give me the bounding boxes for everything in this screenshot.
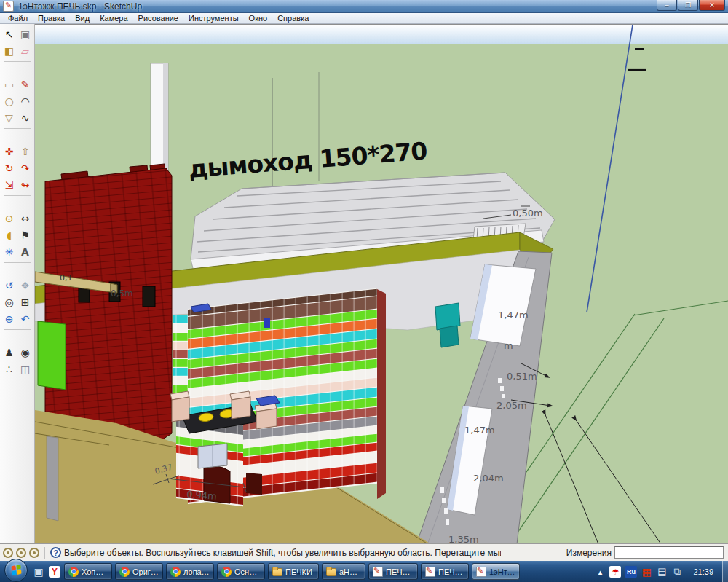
rotate-tool[interactable]: ↻ xyxy=(1,160,17,176)
zoom-window-tool[interactable]: ⊞ xyxy=(17,294,33,310)
tool-icon: ✳ xyxy=(5,247,14,257)
show-desktop-button[interactable] xyxy=(722,561,728,582)
title-bar[interactable]: ✎ 1эНтажж ПЕЧЬ.skp - SketchUp – ❐ ✕ xyxy=(0,0,728,13)
taskbar-button[interactable]: Основы п... xyxy=(217,563,265,580)
menu-view[interactable]: Вид xyxy=(70,13,95,23)
make-component-tool[interactable]: ▣ xyxy=(17,26,33,42)
taskbar-button-label: Основы п... xyxy=(234,567,261,576)
help-icon[interactable]: ? xyxy=(50,547,61,558)
eraser-tool[interactable]: ▱ xyxy=(17,43,33,59)
taskbar-button[interactable]: 1эНтажж ... xyxy=(472,563,520,580)
tool-icon: ▭ xyxy=(4,79,14,90)
dim-window2-height: 1,47m xyxy=(464,425,495,436)
dim-door-width: 0,51m xyxy=(507,371,537,382)
language-indicator[interactable]: Ru xyxy=(625,566,637,578)
toolbar-separator xyxy=(4,61,31,66)
dim-chimney-a: 0,1 xyxy=(60,273,73,283)
text-tool[interactable]: ⚑ xyxy=(17,227,33,243)
dim-base-width: 1,35m xyxy=(448,534,479,543)
taskbar-button[interactable]: ПЕЧКИ xyxy=(268,563,319,580)
measurements-input[interactable] xyxy=(614,546,724,559)
tray-expand-icon[interactable]: ▴ xyxy=(594,566,606,578)
menu-edit[interactable]: Правка xyxy=(33,13,70,23)
orbit-tool[interactable]: ↺ xyxy=(1,278,17,294)
tool-icon: ⊙ xyxy=(5,213,14,224)
push-pull-tool[interactable]: ⇧ xyxy=(17,143,33,160)
taskbar-button-icon xyxy=(119,567,130,577)
close-button[interactable]: ✕ xyxy=(699,0,725,11)
display-icon[interactable]: ⧉ xyxy=(671,566,683,578)
rectangle-tool[interactable]: ▭ xyxy=(1,76,17,93)
taskbar-button-label: Хопер ко... xyxy=(82,567,108,576)
previous-view-tool[interactable]: ↶ xyxy=(17,311,33,327)
start-button[interactable] xyxy=(4,559,28,582)
taskbar-button[interactable]: аНОВЕЙ... xyxy=(322,563,365,580)
pink-pillar xyxy=(256,409,277,429)
follow-me-tool[interactable]: ↷ xyxy=(17,160,33,176)
menu-help[interactable]: Справка xyxy=(272,13,314,23)
signin-icon[interactable] xyxy=(29,548,39,558)
tape-measure-tool[interactable]: ⊙ xyxy=(1,211,17,227)
move-tool[interactable]: ✜ xyxy=(1,143,17,160)
freehand-tool[interactable]: ∿ xyxy=(17,110,33,126)
dim-roof-offset: 0,50m xyxy=(513,208,543,219)
walk-tool[interactable]: ∴ xyxy=(1,361,17,377)
line-tool[interactable]: ✎ xyxy=(17,76,33,93)
position-camera-tool[interactable]: ♟ xyxy=(1,345,17,361)
taskbar-button-icon xyxy=(170,567,181,577)
credits-icon[interactable] xyxy=(16,548,26,558)
pink-pillar xyxy=(172,397,189,422)
3d-text-tool[interactable]: A xyxy=(17,244,33,260)
statusbar-divider xyxy=(44,547,45,559)
avira-icon[interactable]: ☂ xyxy=(609,566,621,578)
taskbar-button[interactable]: Хопер ко... xyxy=(64,563,112,580)
taskbar-button[interactable]: ПЕЧЬ 02a.... xyxy=(368,563,418,580)
toolbar-separator xyxy=(4,128,31,133)
minimize-button[interactable]: – xyxy=(657,0,677,11)
axes-tool[interactable]: ✳ xyxy=(1,244,17,260)
zoom-extents-tool[interactable]: ⊕ xyxy=(1,311,17,327)
menu-camera[interactable]: Камера xyxy=(95,13,132,23)
offset-tool[interactable]: ↬ xyxy=(17,177,33,193)
geolocation-icon[interactable] xyxy=(3,548,13,558)
select-tool[interactable]: ↖ xyxy=(1,26,17,42)
tool-icon: ▣ xyxy=(20,29,30,39)
taskbar-button[interactable]: Оригина... xyxy=(115,563,163,580)
system-tray-app-icon[interactable]: ▣ xyxy=(32,565,45,578)
taskbar-button[interactable]: лопата дл... xyxy=(166,563,214,580)
section-plane-tool[interactable]: ◫ xyxy=(17,361,33,377)
tool-icon: ↬ xyxy=(21,180,30,190)
pink-pillar xyxy=(232,397,250,419)
network-icon[interactable]: ▤ xyxy=(656,566,668,578)
pan-tool[interactable]: ❖ xyxy=(17,278,33,294)
look-around-tool[interactable]: ◉ xyxy=(17,345,33,361)
paint-bucket-tool[interactable]: ◧ xyxy=(1,43,17,59)
zoom-tool[interactable]: ◎ xyxy=(1,294,17,310)
circle-tool[interactable]: ○ xyxy=(1,93,17,109)
polygon-tool[interactable]: ▽ xyxy=(1,110,17,126)
yandex-browser-icon[interactable]: Y xyxy=(48,565,61,578)
status-bar: ? Выберите объекты. Воспользуйтесь клави… xyxy=(0,543,728,561)
tool-icon: ⇧ xyxy=(21,146,30,157)
menu-window[interactable]: Окно xyxy=(244,13,273,23)
menu-tools[interactable]: Инструменты xyxy=(183,13,244,23)
menu-draw[interactable]: Рисование xyxy=(133,13,183,23)
maximize-button[interactable]: ❐ xyxy=(678,0,698,11)
tool-icon: ♟ xyxy=(4,347,14,358)
arc-tool[interactable]: ◠ xyxy=(17,93,33,109)
tool-icon: ❖ xyxy=(20,280,30,291)
protractor-tool[interactable]: ◖ xyxy=(1,227,17,243)
1c-icon[interactable]: ▦ xyxy=(641,566,652,578)
tool-icon: ◖ xyxy=(7,230,12,240)
taskbar-button-label: ПЕЧКИ xyxy=(285,567,312,576)
3d-viewport-scene: 0,50m 1,47m m 0,51m 2,05m 1,47m 2,04m 1,… xyxy=(35,25,728,543)
tool-icon: ◠ xyxy=(20,96,29,106)
dim-wall-height: 2,05m xyxy=(496,400,527,411)
blue-brick xyxy=(264,318,270,328)
drawing-area[interactable]: 0,50m 1,47m m 0,51m 2,05m 1,47m 2,04m 1,… xyxy=(35,24,728,543)
dimension-tool[interactable]: ↔ xyxy=(17,211,33,227)
taskbar-button[interactable]: ПЕЧЬ 02.s... xyxy=(421,563,469,580)
menu-file[interactable]: Файл xyxy=(3,13,33,23)
scale-tool[interactable]: ⇲ xyxy=(1,177,17,193)
taskbar-clock[interactable]: 21:39 xyxy=(687,567,719,576)
